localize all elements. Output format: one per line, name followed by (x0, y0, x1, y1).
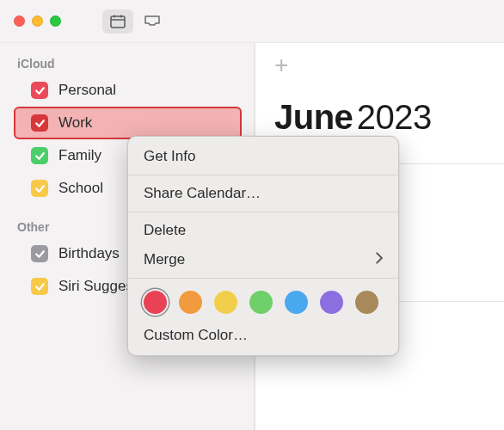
menu-custom-color[interactable]: Custom Color… (128, 321, 398, 350)
menu-share-calendar[interactable]: Share Calendar… (128, 179, 398, 208)
sidebar-group-header: iCloud (0, 50, 254, 74)
menu-separator (128, 175, 398, 175)
color-swatch-red[interactable] (144, 291, 167, 314)
sidebar-item-label: School (58, 180, 103, 197)
menu-separator (128, 212, 398, 212)
month-title: June 2023 (255, 88, 504, 137)
checkbox-icon[interactable] (31, 147, 48, 164)
year-value: 2023 (357, 98, 432, 136)
color-swatch-purple[interactable] (320, 291, 343, 314)
sidebar-item-label: Work (58, 114, 92, 132)
checkbox-icon[interactable] (31, 245, 48, 262)
color-picker-row (128, 282, 398, 321)
window-controls (14, 15, 61, 27)
add-event-button[interactable]: + (274, 53, 288, 77)
app-window: iCloud Personal Work Family School Other (0, 0, 504, 430)
tray-icon (144, 15, 161, 28)
menu-get-info[interactable]: Get Info (128, 142, 398, 171)
toolbar (102, 9, 168, 34)
checkbox-icon[interactable] (31, 82, 48, 99)
menu-separator (128, 278, 398, 279)
color-swatch-orange[interactable] (179, 291, 202, 314)
checkbox-icon[interactable] (31, 278, 48, 295)
color-swatch-yellow[interactable] (214, 291, 237, 314)
month-label: June (274, 98, 353, 136)
calendar-view-button[interactable] (102, 9, 133, 34)
plus-icon: + (274, 52, 288, 78)
sidebar-item-personal[interactable]: Personal (0, 74, 254, 107)
chevron-right-icon (375, 251, 383, 268)
sidebar-item-label: Family (58, 147, 101, 164)
color-swatch-green[interactable] (249, 291, 273, 314)
zoom-button[interactable] (50, 15, 61, 27)
sidebar-item-work[interactable]: Work (14, 107, 242, 139)
titlebar (0, 0, 504, 43)
svg-rect-0 (111, 16, 125, 28)
checkbox-icon[interactable] (31, 114, 48, 132)
sidebar-item-label: Birthdays (58, 245, 120, 262)
close-button[interactable] (14, 15, 25, 27)
color-swatch-blue[interactable] (285, 291, 308, 314)
checkbox-icon[interactable] (31, 180, 48, 197)
add-event-area: + (255, 43, 504, 88)
context-menu: Get Info Share Calendar… Delete Merge Cu… (127, 136, 399, 356)
menu-merge-label: Merge (144, 251, 185, 268)
color-swatch-brown[interactable] (355, 291, 378, 314)
minimize-button[interactable] (32, 15, 43, 27)
menu-delete[interactable]: Delete (128, 216, 398, 245)
inbox-button[interactable] (137, 9, 168, 34)
calendar-icon (110, 15, 126, 28)
sidebar-item-label: Personal (58, 82, 116, 99)
menu-merge[interactable]: Merge (128, 245, 398, 274)
